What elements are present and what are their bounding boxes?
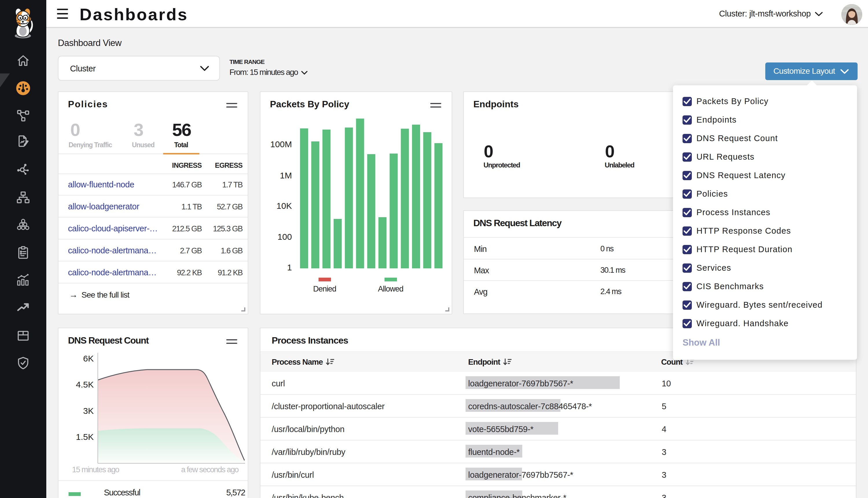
svg-text:100: 100: [277, 232, 292, 241]
svg-text:4.5K: 4.5K: [76, 380, 94, 389]
svg-text:1: 1: [287, 263, 292, 272]
svg-text:10K: 10K: [276, 201, 292, 211]
svg-text:1.5K: 1.5K: [76, 432, 94, 442]
svg-text:6K: 6K: [83, 354, 94, 363]
svg-text:3K: 3K: [83, 406, 94, 416]
svg-text:1M: 1M: [280, 171, 292, 180]
svg-text:100M: 100M: [270, 140, 292, 149]
